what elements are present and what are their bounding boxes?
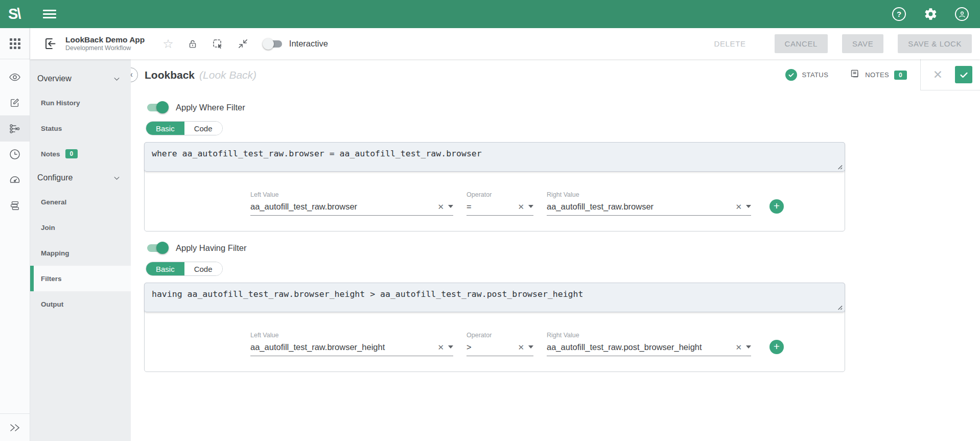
clear-icon[interactable]: ✕ xyxy=(437,202,444,212)
history-clock-icon[interactable] xyxy=(0,142,30,167)
dropdown-caret-icon[interactable] xyxy=(528,345,533,349)
add-condition-button[interactable]: + xyxy=(769,340,784,354)
close-panel-icon[interactable]: ✕ xyxy=(933,68,943,82)
clear-icon[interactable]: ✕ xyxy=(437,343,444,352)
nav-item-general[interactable]: General xyxy=(30,189,131,215)
clear-icon[interactable]: ✕ xyxy=(735,202,742,212)
cancel-button[interactable]: CANCEL xyxy=(775,34,828,53)
confirm-check-button[interactable] xyxy=(955,66,972,83)
where-condition-row: Left Value aa_autofill_test_raw.browser … xyxy=(145,172,845,231)
having-code-textarea[interactable]: having aa_autofill_test_raw.browser_heig… xyxy=(144,283,845,312)
save-and-lock-button[interactable]: SAVE & LOCK xyxy=(898,34,972,53)
nav-item-label: Join xyxy=(41,224,55,231)
hamburger-menu-icon[interactable] xyxy=(43,10,56,18)
lock-icon[interactable] xyxy=(187,38,198,50)
nav-item-filters[interactable]: Filters xyxy=(30,266,131,291)
view-eye-icon[interactable] xyxy=(0,64,30,90)
status-label: STATUS xyxy=(802,71,828,79)
dropdown-caret-icon[interactable] xyxy=(448,205,453,208)
operator-value[interactable]: = xyxy=(466,202,515,212)
apply-where-filter-label: Apply Where Filter xyxy=(176,103,245,112)
dropdown-caret-icon[interactable] xyxy=(746,205,751,208)
app-title: LookBack Demo App xyxy=(65,35,145,44)
nav-item-mapping[interactable]: Mapping xyxy=(30,240,131,266)
rail-item-workflow[interactable] xyxy=(0,116,30,142)
nav-section-overview[interactable]: Overview xyxy=(30,67,131,90)
edit-icon[interactable] xyxy=(0,90,30,115)
app-subtitle: Development Workflow xyxy=(65,44,145,52)
field-label: Operator xyxy=(466,191,533,198)
add-condition-button[interactable]: + xyxy=(769,199,784,214)
expand-rail-icon[interactable] xyxy=(0,413,30,441)
delete-button[interactable]: DELETE xyxy=(714,39,746,48)
chevron-down-icon xyxy=(113,75,121,83)
left-value[interactable]: aa_autofill_test_raw.browser xyxy=(250,202,434,212)
app-identity: LookBack Demo App Development Workflow xyxy=(65,35,145,52)
panel-title: Lookback xyxy=(145,69,195,81)
resize-handle-icon[interactable] xyxy=(836,163,843,170)
having-condition-row: Left Value aa_autofill_test_raw.browser_… xyxy=(145,312,845,372)
clear-icon[interactable]: ✕ xyxy=(518,343,524,352)
dropdown-caret-icon[interactable] xyxy=(448,345,453,349)
tab-code[interactable]: Code xyxy=(184,122,222,135)
apps-grid-icon[interactable] xyxy=(0,28,30,59)
left-value-field[interactable]: Left Value aa_autofill_test_raw.browser … xyxy=(250,191,453,216)
back-to-list-icon[interactable] xyxy=(43,37,57,51)
notes-panel-badge: 0 xyxy=(894,71,907,80)
nav-item-label: Mapping xyxy=(41,249,69,257)
operator-field[interactable]: Operator = ✕ xyxy=(466,191,533,216)
brand-logo[interactable]: S\ xyxy=(8,6,32,22)
gear-icon[interactable] xyxy=(923,7,938,21)
top-app-bar: S\ ? xyxy=(0,0,980,28)
tab-basic[interactable]: Basic xyxy=(146,122,184,135)
notes-label: NOTES xyxy=(865,71,889,79)
nav-item-join[interactable]: Join xyxy=(30,215,131,240)
dashboard-gauge-icon[interactable] xyxy=(0,167,30,193)
collapse-fullscreen-icon[interactable] xyxy=(237,38,249,50)
apply-having-filter-toggle[interactable] xyxy=(146,242,169,254)
apply-where-filter-toggle[interactable] xyxy=(146,101,169,113)
right-value-field[interactable]: Right Value aa_autofill_test_raw.post_br… xyxy=(547,332,751,356)
nav-section-configure[interactable]: Configure xyxy=(30,167,131,189)
interactive-toggle[interactable] xyxy=(263,38,284,50)
select-region-icon[interactable] xyxy=(212,38,224,50)
nav-item-label: Output xyxy=(41,300,63,308)
panel-subtitle: (Look Back) xyxy=(199,69,256,81)
right-value-field[interactable]: Right Value aa_autofill_test_raw.browser… xyxy=(547,191,751,216)
nav-item-notes[interactable]: Notes 0 xyxy=(30,141,131,167)
right-value[interactable]: aa_autofill_test_raw.post_browser_height xyxy=(547,342,732,352)
collapse-panel-icon[interactable]: « xyxy=(131,67,138,82)
dropdown-caret-icon[interactable] xyxy=(746,345,751,349)
nav-item-label: General xyxy=(41,198,66,206)
right-value[interactable]: aa_autofill_test_raw.browser xyxy=(547,202,732,212)
nav-item-label: Notes xyxy=(41,150,60,158)
nav-item-label: Filters xyxy=(41,275,62,283)
having-filter-card: having aa_autofill_test_raw.browser_heig… xyxy=(144,283,845,372)
tab-basic[interactable]: Basic xyxy=(146,262,184,275)
having-mode-tabs: Basic Code xyxy=(146,262,223,276)
left-value-field[interactable]: Left Value aa_autofill_test_raw.browser_… xyxy=(250,332,453,356)
notes-button[interactable]: NOTES 0 xyxy=(850,68,906,81)
operator-field[interactable]: Operator > ✕ xyxy=(466,332,533,356)
left-value[interactable]: aa_autofill_test_raw.browser_height xyxy=(250,342,434,352)
field-label: Left Value xyxy=(250,191,453,198)
save-button[interactable]: SAVE xyxy=(842,34,883,53)
field-label: Right Value xyxy=(547,191,751,198)
dropdown-caret-icon[interactable] xyxy=(528,205,533,208)
layers-stack-icon[interactable] xyxy=(0,193,30,218)
nav-item-status[interactable]: Status xyxy=(30,115,131,141)
favorite-star-icon[interactable]: ☆ xyxy=(162,37,174,51)
nav-item-run-history[interactable]: Run History xyxy=(30,90,131,115)
help-icon[interactable]: ? xyxy=(892,7,906,21)
nav-item-output[interactable]: Output xyxy=(30,291,131,317)
clear-icon[interactable]: ✕ xyxy=(518,202,524,212)
profile-icon[interactable] xyxy=(955,7,969,21)
clear-icon[interactable]: ✕ xyxy=(735,343,742,352)
tab-code[interactable]: Code xyxy=(184,262,222,275)
operator-value[interactable]: > xyxy=(466,342,515,352)
where-code-textarea[interactable]: where aa_autofill_test_raw.browser = aa_… xyxy=(144,142,845,172)
resize-handle-icon[interactable] xyxy=(836,304,843,310)
having-code-text: having aa_autofill_test_raw.browser_heig… xyxy=(152,289,837,299)
filters-panel: « Lookback (Look Back) STATUS xyxy=(131,59,980,441)
status-button[interactable]: STATUS xyxy=(785,69,828,81)
